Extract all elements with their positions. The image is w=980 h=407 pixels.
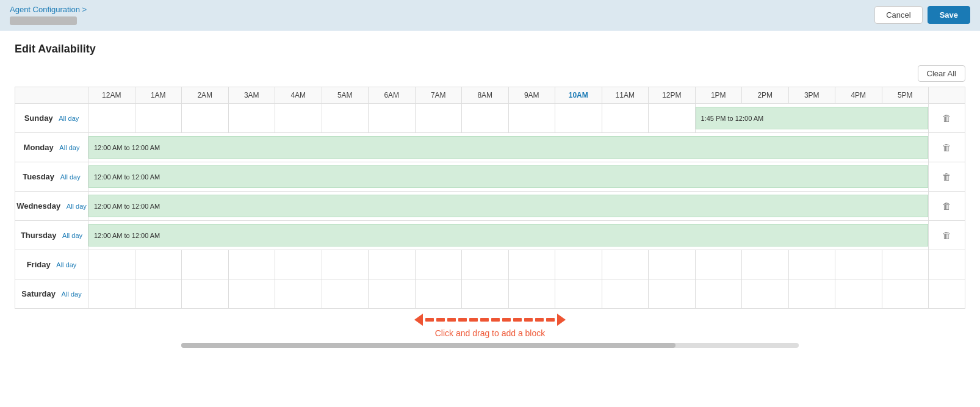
time-cell[interactable] — [322, 104, 369, 133]
time-cell[interactable] — [135, 104, 182, 133]
time-cell[interactable] — [602, 250, 649, 279]
time-cell[interactable] — [649, 104, 696, 133]
day-row-thursday: Thursday All day 12:00 AM to 12:00 AM 🗑 — [15, 221, 965, 250]
time-cell[interactable] — [555, 279, 602, 309]
time-11am: 11AM — [602, 87, 649, 104]
time-cell[interactable] — [228, 250, 275, 279]
time-cell[interactable] — [788, 279, 835, 309]
day-label-sunday: Sunday All day — [15, 104, 88, 133]
day-row-friday: Friday All day — [15, 250, 965, 279]
day-label-friday: Friday All day — [15, 250, 88, 279]
time-cell[interactable] — [182, 279, 229, 309]
all-day-link[interactable]: All day — [59, 115, 79, 122]
all-day-link[interactable]: All day — [67, 203, 87, 210]
time-2pm: 2PM — [742, 87, 789, 104]
time-cell[interactable] — [182, 104, 229, 133]
time-grid-sunday-block[interactable]: 1:45 PM to 12:00 AM — [695, 104, 929, 133]
delete-column-header — [929, 87, 965, 104]
delete-button-tuesday[interactable]: 🗑 — [942, 171, 951, 182]
time-grid-wednesday[interactable]: 12:00 AM to 12:00 AM — [88, 192, 929, 221]
time-cell[interactable] — [369, 104, 416, 133]
agent-name-bar — [10, 16, 77, 25]
time-cell[interactable] — [742, 279, 789, 309]
time-cell[interactable] — [508, 250, 555, 279]
clear-all-button[interactable]: Clear All — [918, 65, 965, 82]
time-cell[interactable] — [369, 250, 416, 279]
scroll-bar[interactable] — [181, 343, 799, 348]
delete-cell-monday[interactable]: 🗑 — [929, 133, 965, 162]
day-name: Tuesday — [23, 172, 54, 181]
time-cell[interactable] — [602, 104, 649, 133]
all-day-link[interactable]: All day — [60, 173, 81, 181]
calendar-wrapper: 12AM 1AM 2AM 3AM 4AM 5AM 6AM 7AM 8AM 9AM… — [15, 87, 965, 348]
time-cell[interactable] — [228, 279, 275, 309]
time-cell[interactable] — [882, 250, 929, 279]
time-cell[interactable] — [88, 279, 135, 309]
time-3pm: 3PM — [788, 87, 835, 104]
time-cell[interactable] — [415, 250, 462, 279]
time-cell[interactable] — [555, 104, 602, 133]
time-cell[interactable] — [462, 104, 509, 133]
time-cell[interactable] — [322, 250, 369, 279]
time-cell[interactable] — [369, 279, 416, 309]
time-3am: 3AM — [228, 87, 275, 104]
time-grid-thursday[interactable]: 12:00 AM to 12:00 AM — [88, 221, 929, 250]
time-cell[interactable] — [835, 279, 882, 309]
time-cell[interactable] — [275, 250, 322, 279]
day-column-header — [15, 87, 88, 104]
day-name: Friday — [27, 260, 51, 269]
availability-block: 1:45 PM to 12:00 AM — [696, 107, 929, 129]
time-cell[interactable] — [508, 279, 555, 309]
time-cell[interactable] — [602, 279, 649, 309]
time-cell[interactable] — [695, 250, 742, 279]
delete-cell-tuesday[interactable]: 🗑 — [929, 162, 965, 192]
time-cell[interactable] — [88, 250, 135, 279]
time-cell[interactable] — [415, 104, 462, 133]
time-cell[interactable] — [322, 279, 369, 309]
time-cell[interactable] — [882, 279, 929, 309]
main-content: Edit Availability Clear All 12AM 1AM 2AM… — [0, 31, 980, 360]
time-cell[interactable] — [135, 250, 182, 279]
time-cell[interactable] — [275, 279, 322, 309]
time-cell[interactable] — [555, 250, 602, 279]
delete-cell-thursday[interactable]: 🗑 — [929, 221, 965, 250]
day-label-tuesday: Tuesday All day — [15, 162, 88, 192]
time-8am: 8AM — [462, 87, 509, 104]
time-cell[interactable] — [462, 250, 509, 279]
time-cell[interactable] — [508, 104, 555, 133]
availability-block: 12:00 AM to 12:00 AM — [88, 136, 928, 159]
all-day-link[interactable]: All day — [59, 144, 79, 151]
time-cell[interactable] — [649, 250, 696, 279]
save-button[interactable]: Save — [928, 6, 970, 24]
time-cell[interactable] — [415, 279, 462, 309]
right-arrow-icon — [557, 314, 566, 326]
time-cell[interactable] — [742, 250, 789, 279]
day-name: Sunday — [24, 113, 53, 123]
delete-cell-wednesday[interactable]: 🗑 — [929, 192, 965, 221]
time-grid-monday[interactable]: 12:00 AM to 12:00 AM — [88, 133, 929, 162]
delete-button-wednesday[interactable]: 🗑 — [942, 201, 951, 211]
cancel-button[interactable]: Cancel — [874, 6, 922, 24]
all-day-link[interactable]: All day — [62, 290, 82, 298]
breadcrumb-link[interactable]: Agent Configuration > — [10, 5, 87, 14]
time-cell[interactable] — [649, 279, 696, 309]
delete-button-sunday[interactable]: 🗑 — [942, 113, 951, 123]
time-cell[interactable] — [182, 250, 229, 279]
time-cell[interactable] — [695, 279, 742, 309]
time-cell[interactable] — [835, 250, 882, 279]
delete-cell-sunday[interactable]: 🗑 — [929, 104, 965, 133]
time-cell[interactable] — [228, 104, 275, 133]
delete-button-thursday[interactable]: 🗑 — [942, 230, 951, 240]
time-cell[interactable] — [275, 104, 322, 133]
drag-arrows — [15, 314, 965, 326]
all-day-link[interactable]: All day — [62, 232, 82, 239]
time-cell[interactable] — [135, 279, 182, 309]
time-cell[interactable] — [462, 279, 509, 309]
all-day-link[interactable]: All day — [56, 261, 76, 268]
time-grid-tuesday[interactable]: 12:00 AM to 12:00 AM — [88, 162, 929, 192]
time-cell[interactable] — [788, 250, 835, 279]
time-cell[interactable] — [88, 104, 135, 133]
delete-button-monday[interactable]: 🗑 — [942, 142, 951, 153]
time-4pm: 4PM — [835, 87, 882, 104]
scroll-thumb — [181, 343, 676, 348]
